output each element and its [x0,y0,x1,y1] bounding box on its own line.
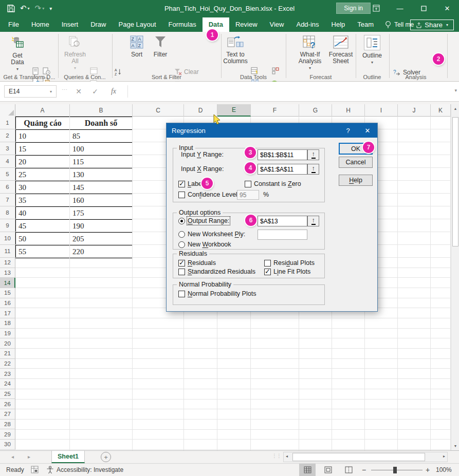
column-header-G[interactable]: G [299,104,332,117]
customize-qat-button[interactable]: ▾ [49,6,52,11]
table-cell[interactable]: 40 [15,207,70,220]
line-fit-plots-checkbox[interactable] [264,269,271,275]
table-cell[interactable]: 45 [15,220,70,233]
macro-record-icon[interactable] [31,466,39,473]
row-header-17[interactable]: 17 [0,308,15,318]
dialog-close-icon[interactable]: ✕ [359,123,376,138]
row-header-6[interactable]: 6 [0,181,15,194]
select-all-corner[interactable] [0,104,15,117]
residual-plots-checkbox[interactable] [264,260,271,266]
row-header-18[interactable]: 18 [0,318,15,329]
sort-button[interactable]: ZAAZ Sort [126,35,147,58]
column-header-E[interactable]: E [217,104,251,117]
tab-insert[interactable]: Insert [56,17,85,32]
scroll-left-icon[interactable]: ◂ [286,454,288,459]
row-header-16[interactable]: 16 [0,298,15,309]
table-cell[interactable]: 15 [15,143,70,156]
zoom-slider-thumb[interactable] [393,467,397,473]
table-header-cell[interactable]: Quảng cáo [15,117,70,130]
table-cell[interactable]: 10 [15,130,70,143]
zoom-out-icon[interactable]: − [362,466,366,474]
table-cell[interactable]: 85 [70,130,133,143]
tab-draw[interactable]: Draw [84,17,112,32]
normal-view-button[interactable] [299,464,316,476]
formula-bar-grip[interactable]: ⋮ [62,87,68,93]
confirm-entry-icon[interactable]: ✓ [88,85,102,98]
horizontal-scrollbar[interactable]: ◂ ▸ [283,452,448,462]
row-header-3[interactable]: 3 [0,142,15,155]
tab-home[interactable]: Home [25,17,56,32]
table-cell[interactable]: 175 [70,207,133,220]
sheet-tab-sheet1[interactable]: Sheet1 [51,451,85,463]
column-header-K[interactable]: K [431,104,451,117]
row-header-30[interactable]: 30 [0,440,15,450]
row-header-13[interactable]: 13 [0,268,15,278]
row-header-25[interactable]: 25 [0,389,15,399]
tab-team[interactable]: Team [351,17,380,32]
row-header-20[interactable]: 20 [0,338,15,349]
column-header-C[interactable]: C [133,104,184,117]
tab-view[interactable]: View [264,17,290,32]
row-header-19[interactable]: 19 [0,329,15,339]
table-cell[interactable]: 145 [70,181,133,194]
table-cell[interactable]: 130 [70,168,133,181]
dialog-help-icon[interactable]: ? [339,123,357,138]
confidence-checkbox[interactable] [178,192,185,198]
scroll-up-icon[interactable]: ▲ [452,104,459,113]
cancel-button[interactable]: Cancel [339,157,373,168]
name-box[interactable]: E14 ▾ [4,85,57,98]
row-header-4[interactable]: 4 [0,155,15,168]
row-header-27[interactable]: 27 [0,409,15,420]
refresh-all-button[interactable]: Refresh All▾ [62,35,88,71]
filter-button[interactable]: Filter [150,35,171,58]
row-header-29[interactable]: 29 [0,429,15,440]
maximize-button[interactable] [412,0,435,16]
table-cell[interactable]: 190 [70,220,133,233]
table-cell[interactable]: 220 [70,245,133,258]
column-header-B[interactable]: B [70,104,133,117]
outline-button[interactable]: Outline▾ [360,35,384,66]
output-range-radio[interactable] [178,218,185,224]
residuals-checkbox[interactable] [178,260,185,266]
x-range-collapse-button[interactable]: ↑ [307,164,319,175]
scroll-down-icon[interactable]: ▼ [452,442,459,450]
zoom-in-icon[interactable]: + [426,466,430,474]
cancel-entry-icon[interactable]: ✕ [72,85,85,98]
undo-button[interactable]: ↶▾ [20,4,30,13]
close-button[interactable]: ✕ [435,0,459,16]
column-header-H[interactable]: H [332,104,365,117]
table-cell[interactable]: 25 [15,168,70,181]
tab-file[interactable]: File [2,17,25,32]
next-sheet-icon[interactable]: ▸ [28,454,30,460]
tab-page-layout[interactable]: Page Layout [113,17,162,32]
column-header-F[interactable]: F [251,104,299,117]
constant-zero-checkbox[interactable] [245,181,251,187]
page-break-view-button[interactable] [340,464,357,476]
output-range-collapse-button[interactable]: ↑ [307,216,319,226]
horizontal-scroll-thumb[interactable] [292,453,425,461]
help-button[interactable]: Help [339,175,373,186]
minimize-button[interactable]: — [388,0,412,16]
table-cell[interactable]: 30 [15,181,70,194]
row-header-9[interactable]: 9 [0,219,15,232]
accessibility-icon[interactable] [46,466,54,474]
table-cell[interactable]: 115 [70,156,133,168]
ribbon-display-options-icon[interactable] [364,0,388,16]
table-cell[interactable]: 205 [70,233,133,245]
input-x-range-field[interactable] [258,164,307,175]
row-header-12[interactable]: 12 [0,258,15,268]
zoom-level[interactable]: 100% [436,466,452,473]
row-header-8[interactable]: 8 [0,206,15,219]
new-workbook-radio[interactable] [178,241,185,248]
tab-data[interactable]: Data [203,17,229,32]
row-header-10[interactable]: 10 [0,232,15,245]
labels-checkbox[interactable] [178,181,185,187]
save-icon[interactable] [7,5,15,12]
row-header-2[interactable]: 2 [0,129,15,142]
row-header-24[interactable]: 24 [0,379,15,389]
name-box-dropdown-icon[interactable]: ▾ [46,89,56,94]
output-range-field[interactable] [258,216,307,226]
forecast-sheet-button[interactable]: Forecast Sheet [328,35,354,65]
tab-add-ins[interactable]: Add-ins [290,17,325,32]
column-header-A[interactable]: A [15,104,70,117]
